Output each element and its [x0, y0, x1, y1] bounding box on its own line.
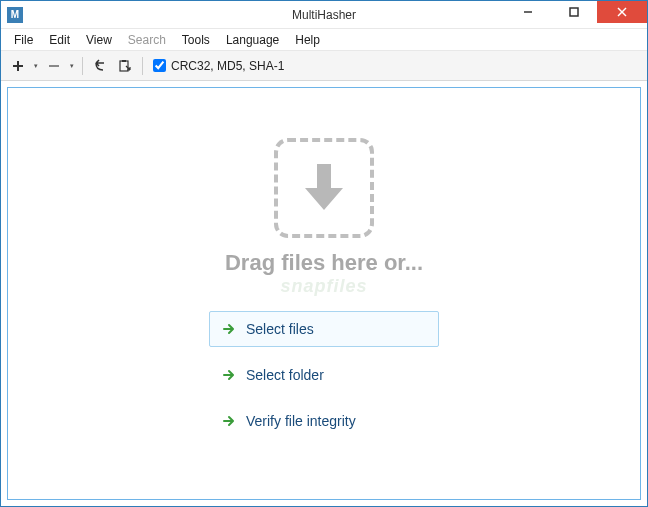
- add-dropdown[interactable]: ▾: [32, 62, 40, 70]
- menu-tools[interactable]: Tools: [175, 31, 217, 49]
- dropzone[interactable]: [274, 138, 374, 238]
- hash-checkbox[interactable]: [153, 59, 166, 72]
- select-folder-label: Select folder: [246, 367, 324, 383]
- menu-edit[interactable]: Edit: [42, 31, 77, 49]
- verify-integrity-button[interactable]: Verify file integrity: [209, 403, 439, 439]
- close-icon: [617, 7, 627, 17]
- drag-prompt: Drag files here or...: [225, 250, 423, 276]
- toolbar-separator: [82, 57, 83, 75]
- verify-integrity-label: Verify file integrity: [246, 413, 356, 429]
- down-arrow-icon: [301, 160, 347, 216]
- arrow-right-icon: [222, 322, 236, 336]
- menu-search[interactable]: Search: [121, 31, 173, 49]
- svg-rect-1: [570, 8, 578, 16]
- titlebar[interactable]: M MultiHasher: [1, 1, 647, 29]
- plus-icon: [11, 59, 25, 73]
- app-window: M MultiHasher File Edit View Search Tool…: [0, 0, 648, 507]
- menu-help[interactable]: Help: [288, 31, 327, 49]
- main-content: Drag files here or... snapfiles Select f…: [7, 87, 641, 500]
- undo-arrow-icon: [93, 59, 107, 73]
- hash-algorithms-toggle[interactable]: CRC32, MD5, SHA-1: [153, 59, 284, 73]
- add-button[interactable]: [7, 55, 29, 77]
- undo-button[interactable]: [89, 55, 111, 77]
- select-folder-button[interactable]: Select folder: [209, 357, 439, 393]
- select-files-label: Select files: [246, 321, 314, 337]
- maximize-icon: [569, 7, 579, 17]
- menu-language[interactable]: Language: [219, 31, 286, 49]
- paste-button[interactable]: [114, 55, 136, 77]
- svg-rect-8: [122, 60, 126, 62]
- minimize-button[interactable]: [505, 1, 551, 23]
- arrow-right-icon: [222, 368, 236, 382]
- menubar: File Edit View Search Tools Language Hel…: [1, 29, 647, 51]
- hash-algorithms-label: CRC32, MD5, SHA-1: [171, 59, 284, 73]
- close-button[interactable]: [597, 1, 647, 23]
- window-controls: [505, 1, 647, 28]
- maximize-button[interactable]: [551, 1, 597, 23]
- minimize-icon: [523, 7, 533, 17]
- remove-button[interactable]: [43, 55, 65, 77]
- app-icon: M: [7, 7, 23, 23]
- remove-dropdown[interactable]: ▾: [68, 62, 76, 70]
- window-title: MultiHasher: [292, 8, 356, 22]
- select-files-button[interactable]: Select files: [209, 311, 439, 347]
- arrow-right-icon: [222, 414, 236, 428]
- menu-view[interactable]: View: [79, 31, 119, 49]
- watermark: snapfiles: [280, 276, 367, 297]
- menu-file[interactable]: File: [7, 31, 40, 49]
- clipboard-icon: [118, 59, 132, 73]
- toolbar-separator: [142, 57, 143, 75]
- minus-icon: [47, 59, 61, 73]
- action-list: Select files Select folder Verify file i…: [209, 311, 439, 439]
- toolbar: ▾ ▾ CRC32, MD5, SHA-1: [1, 51, 647, 81]
